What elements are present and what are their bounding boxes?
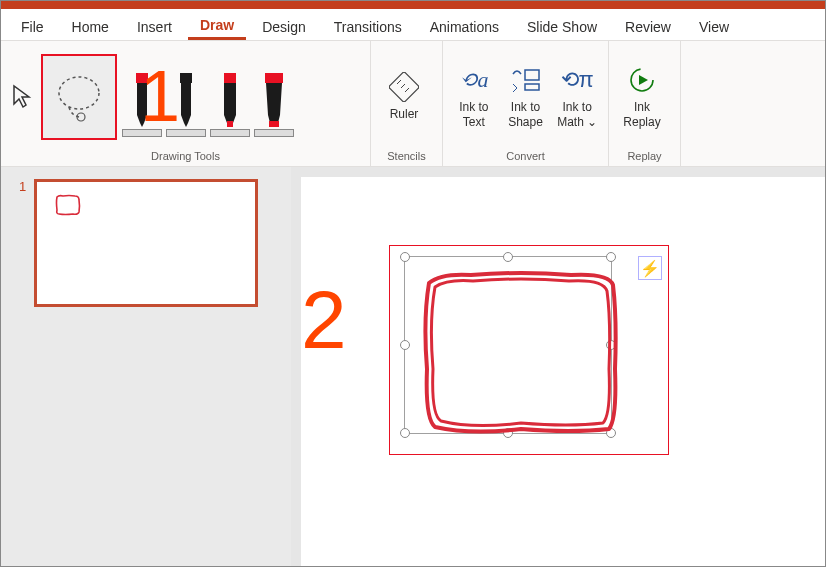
slide-canvas[interactable]: 2 ⚡ <box>301 177 825 567</box>
ink-replay-icon <box>626 64 658 96</box>
svg-marker-15 <box>639 75 648 85</box>
tab-view[interactable]: View <box>687 15 741 39</box>
svg-point-0 <box>59 77 99 109</box>
svg-line-10 <box>401 84 405 88</box>
selection-bounding-box[interactable] <box>404 256 612 434</box>
ink-to-shape-button[interactable]: Ink to Shape <box>503 57 549 137</box>
ruler-label: Ruler <box>390 107 419 121</box>
workspace: 1 2 <box>1 167 825 567</box>
tab-slideshow[interactable]: Slide Show <box>515 15 609 39</box>
group-label-drawing-tools: Drawing Tools <box>9 148 362 164</box>
select-tool[interactable] <box>9 84 35 110</box>
resize-handle-tm[interactable] <box>503 252 513 262</box>
svg-rect-3 <box>180 73 192 83</box>
selection-highlight: ⚡ <box>389 245 669 455</box>
ribbon-tabs: File Home Insert Draw Design Transitions… <box>1 9 825 41</box>
ruler-icon <box>388 71 420 103</box>
pen-black[interactable] <box>167 57 205 137</box>
tab-animations[interactable]: Animations <box>418 15 511 39</box>
group-label-stencils: Stencils <box>379 148 434 164</box>
tab-home[interactable]: Home <box>60 15 121 39</box>
thumbnail-panel: 1 <box>1 167 291 567</box>
slide-canvas-area: 2 ⚡ <box>291 167 825 567</box>
svg-rect-2 <box>136 73 148 83</box>
resize-handle-bl[interactable] <box>400 428 410 438</box>
ink-to-math-icon: ⟲π <box>561 64 593 96</box>
svg-rect-4 <box>224 73 236 83</box>
tab-draw[interactable]: Draw <box>188 13 246 40</box>
ink-to-math-label: Ink to Math ⌄ <box>557 100 597 129</box>
animation-trigger-icon[interactable]: ⚡ <box>638 256 662 280</box>
resize-handle-tr[interactable] <box>606 252 616 262</box>
slide-thumbnail-1[interactable] <box>34 179 258 307</box>
pen-red[interactable] <box>123 57 161 137</box>
svg-rect-13 <box>525 84 539 90</box>
pen-red-2[interactable] <box>211 57 249 137</box>
thumbnail-ink-icon <box>55 194 81 216</box>
lasso-select-tool[interactable] <box>41 54 117 140</box>
thumbnail-number: 1 <box>19 179 26 194</box>
group-label-replay: Replay <box>617 148 672 164</box>
ink-to-math-button[interactable]: ⟲π Ink to Math ⌄ <box>554 57 600 137</box>
svg-rect-6 <box>265 73 283 83</box>
ribbon: 1 <box>1 41 825 167</box>
tab-transitions[interactable]: Transitions <box>322 15 414 39</box>
svg-rect-5 <box>227 121 233 127</box>
group-label-convert: Convert <box>451 148 600 164</box>
title-bar <box>1 1 825 9</box>
tab-design[interactable]: Design <box>250 15 318 39</box>
svg-rect-8 <box>389 72 419 102</box>
ink-drawing[interactable] <box>421 269 621 439</box>
svg-line-9 <box>397 80 401 84</box>
svg-rect-7 <box>269 121 279 127</box>
tab-review[interactable]: Review <box>613 15 683 39</box>
ruler-button[interactable]: Ruler <box>379 57 429 137</box>
svg-line-11 <box>405 88 409 92</box>
annotation-2: 2 <box>301 273 347 367</box>
resize-handle-ml[interactable] <box>400 340 410 350</box>
resize-handle-tl[interactable] <box>400 252 410 262</box>
highlighter-red[interactable] <box>255 57 293 137</box>
ink-to-shape-label: Ink to Shape <box>508 100 543 129</box>
svg-rect-12 <box>525 70 539 80</box>
tab-file[interactable]: File <box>9 15 56 39</box>
ink-to-text-button[interactable]: ⟲a Ink to Text <box>451 57 497 137</box>
ink-replay-button[interactable]: Ink Replay <box>617 57 667 137</box>
ink-replay-label: Ink Replay <box>623 100 660 129</box>
ink-to-shape-icon <box>510 64 542 96</box>
ink-to-text-label: Ink to Text <box>459 100 488 129</box>
ink-to-text-icon: ⟲a <box>458 64 490 96</box>
tab-insert[interactable]: Insert <box>125 15 184 39</box>
